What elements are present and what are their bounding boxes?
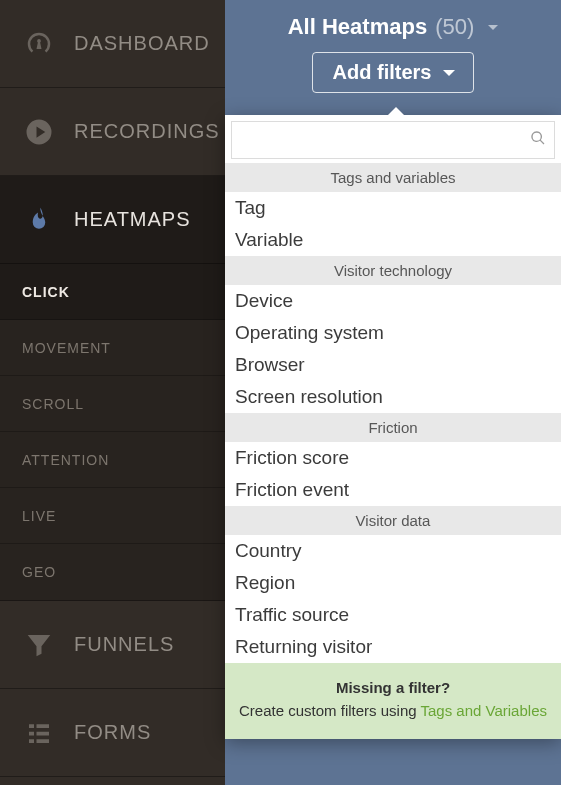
sub-item-click[interactable]: CLICK	[0, 264, 225, 320]
gauge-icon	[22, 27, 56, 61]
filter-item-device[interactable]: Device	[225, 285, 561, 317]
filter-item-screen-resolution[interactable]: Screen resolution	[225, 381, 561, 413]
funnel-icon	[22, 628, 56, 662]
nav-label: RECORDINGS	[74, 120, 220, 143]
nav-item-dashboard[interactable]: DASHBOARD	[0, 0, 225, 88]
filter-item-traffic-source[interactable]: Traffic source	[225, 599, 561, 631]
filter-section-header: Tags and variables	[225, 163, 561, 192]
filter-dropdown: Tags and variables Tag Variable Visitor …	[225, 115, 561, 739]
nav-item-forms[interactable]: FORMS	[0, 689, 225, 777]
sub-item-live[interactable]: LIVE	[0, 488, 225, 544]
filter-section-header: Friction	[225, 413, 561, 442]
sub-item-movement[interactable]: MOVEMENT	[0, 320, 225, 376]
heatmap-submenu: CLICK MOVEMENT SCROLL ATTENTION LIVE GEO	[0, 264, 225, 601]
nav-item-heatmaps[interactable]: HEATMAPS	[0, 176, 225, 264]
search-icon	[530, 130, 546, 150]
footer-title: Missing a filter?	[233, 679, 553, 696]
chevron-down-icon	[488, 25, 498, 30]
add-filters-button[interactable]: Add filters	[312, 52, 475, 93]
filter-section-header: Visitor data	[225, 506, 561, 535]
panel-count: (50)	[435, 14, 474, 40]
list-icon	[22, 716, 56, 750]
sub-label: SCROLL	[22, 396, 84, 412]
filter-item-returning-visitor[interactable]: Returning visitor	[225, 631, 561, 663]
play-icon	[22, 115, 56, 149]
sub-label: MOVEMENT	[22, 340, 111, 356]
tags-and-variables-link[interactable]: Tags and Variables	[421, 702, 547, 719]
sub-label: GEO	[22, 564, 56, 580]
filter-item-tag[interactable]: Tag	[225, 192, 561, 224]
footer-text: Create custom filters using	[239, 702, 420, 719]
panel: All Heatmaps (50) Add filters Tags and v…	[225, 0, 561, 785]
nav-label: DASHBOARD	[74, 32, 210, 55]
filter-item-friction-score[interactable]: Friction score	[225, 442, 561, 474]
sub-item-scroll[interactable]: SCROLL	[0, 376, 225, 432]
filter-section-header: Visitor technology	[225, 256, 561, 285]
nav-label: FUNNELS	[74, 633, 174, 656]
filter-item-variable[interactable]: Variable	[225, 224, 561, 256]
add-filters-label: Add filters	[333, 61, 432, 84]
panel-title: All Heatmaps	[288, 14, 427, 40]
panel-header[interactable]: All Heatmaps (50)	[225, 14, 561, 40]
flame-icon	[22, 203, 56, 237]
sub-label: LIVE	[22, 508, 56, 524]
filter-item-region[interactable]: Region	[225, 567, 561, 599]
filter-item-browser[interactable]: Browser	[225, 349, 561, 381]
filter-item-country[interactable]: Country	[225, 535, 561, 567]
filter-search-input[interactable]	[240, 132, 530, 149]
chevron-down-icon	[443, 70, 455, 76]
filter-dropdown-footer: Missing a filter? Create custom filters …	[225, 663, 561, 739]
sub-item-geo[interactable]: GEO	[0, 544, 225, 600]
filter-item-friction-event[interactable]: Friction event	[225, 474, 561, 506]
footer-text-row: Create custom filters using Tags and Var…	[233, 702, 553, 719]
nav-label: HEATMAPS	[74, 208, 191, 231]
filter-item-operating-system[interactable]: Operating system	[225, 317, 561, 349]
filter-search-row	[231, 121, 555, 159]
sub-label: ATTENTION	[22, 452, 109, 468]
nav-item-recordings[interactable]: RECORDINGS	[0, 88, 225, 176]
sub-item-attention[interactable]: ATTENTION	[0, 432, 225, 488]
sub-label: CLICK	[22, 284, 70, 300]
nav-item-funnels[interactable]: FUNNELS	[0, 601, 225, 689]
sidebar: DASHBOARD RECORDINGS HEATMAPS CLICK MOVE…	[0, 0, 225, 785]
nav-label: FORMS	[74, 721, 151, 744]
